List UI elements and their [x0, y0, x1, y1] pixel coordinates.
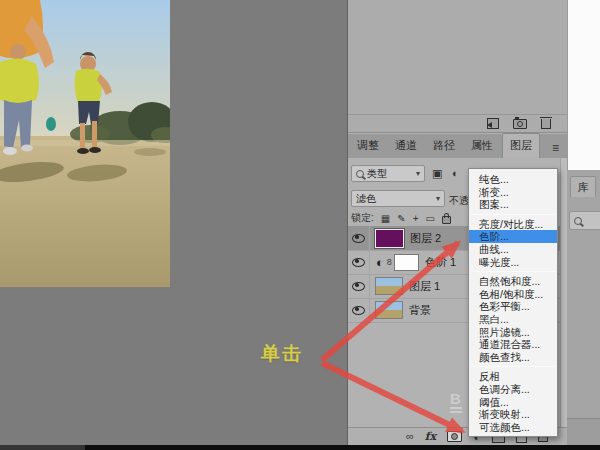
panel-menu-icon[interactable]: ≡: [552, 138, 559, 158]
tab-properties[interactable]: 属性: [464, 134, 500, 158]
panel-tabs-bar: 调整 通道 路径 属性 图层 ≡: [348, 134, 567, 158]
tab-libraries[interactable]: 库: [570, 176, 596, 197]
visibility-cell[interactable]: [348, 250, 370, 274]
menu-separator: [471, 366, 555, 367]
layer-name[interactable]: 图层 2: [410, 231, 441, 246]
lock-options-row: 锁定: ▦ ✎ + ▭: [351, 211, 451, 225]
menu-item-brightness-contrast[interactable]: 亮度/对比度...: [469, 218, 557, 231]
visibility-cell[interactable]: [348, 298, 370, 322]
menu-item-black-white[interactable]: 黑白...: [469, 313, 557, 326]
delete-trash-icon[interactable]: [541, 119, 551, 129]
mask-link-icon[interactable]: 8: [387, 257, 392, 267]
eye-icon[interactable]: [352, 234, 365, 243]
menu-separator: [471, 214, 555, 215]
canvas-photo-children-running: [0, 0, 170, 287]
menu-item-threshold[interactable]: 阈值...: [469, 396, 557, 409]
blend-mode-value: 滤色: [356, 192, 376, 206]
layer-name[interactable]: 色阶 1: [425, 255, 456, 270]
menu-item-gradient[interactable]: 渐变...: [469, 186, 557, 199]
photoshop-workspace: 单击 调整 通道 路径 属性 图层 ≡ 类型 ▾ ▣ ◐: [0, 0, 600, 450]
tab-channels[interactable]: 通道: [388, 134, 424, 158]
new-adjustment-layer-menu: 纯色... 渐变... 图案... 亮度/对比度... 色阶... 曲线... …: [468, 168, 558, 437]
search-magnifier-icon: [356, 170, 364, 178]
chevron-down-icon: ▾: [416, 169, 420, 178]
lock-move-icon[interactable]: +: [413, 213, 419, 224]
menu-separator: [471, 271, 555, 272]
menu-item-invert[interactable]: 反相: [469, 370, 557, 383]
lock-transparent-icon[interactable]: ▦: [381, 213, 390, 224]
watermark: B: [450, 392, 462, 413]
layer-name[interactable]: 背景: [409, 303, 431, 318]
search-magnifier-icon: [574, 217, 582, 225]
tab-layers[interactable]: 图层: [502, 133, 540, 158]
eye-icon[interactable]: [352, 258, 365, 267]
tab-paths[interactable]: 路径: [426, 134, 462, 158]
eye-icon[interactable]: [352, 306, 365, 315]
layer1-thumbnail[interactable]: [375, 277, 403, 295]
eye-icon[interactable]: [352, 282, 365, 291]
menu-item-hue-saturation[interactable]: 色相/饱和度...: [469, 288, 557, 301]
history-panel-toolbar: [348, 115, 567, 133]
click-annotation-label: 单击: [261, 341, 303, 367]
menu-item-pattern[interactable]: 图案...: [469, 198, 557, 211]
visibility-cell[interactable]: [348, 226, 370, 250]
libraries-bottom-bar: [567, 418, 600, 446]
pixel-layer-filter-icon[interactable]: ▣: [432, 167, 442, 180]
libraries-white-area: [567, 0, 600, 170]
lock-artboard-icon[interactable]: ▭: [425, 213, 434, 224]
menu-item-color-balance[interactable]: 色彩平衡...: [469, 300, 557, 313]
menu-item-exposure[interactable]: 曝光度...: [469, 256, 557, 269]
add-layer-mask-icon[interactable]: [447, 431, 462, 442]
menu-item-gradient-map[interactable]: 渐变映射...: [469, 408, 557, 421]
menu-item-posterize[interactable]: 色调分离...: [469, 383, 557, 396]
history-panel-body: [348, 0, 567, 115]
chevron-down-icon: ▾: [436, 194, 440, 203]
new-doc-from-state-icon[interactable]: [487, 118, 499, 129]
menu-item-vibrance[interactable]: 自然饱和度...: [469, 275, 557, 288]
visibility-cell[interactable]: [348, 274, 370, 298]
menu-item-levels[interactable]: 色阶...: [469, 230, 557, 243]
layer-filter-type-combo[interactable]: 类型 ▾: [351, 165, 425, 182]
lock-all-icon[interactable]: [442, 216, 451, 224]
tab-adjustments[interactable]: 调整: [350, 134, 386, 158]
taskbar-strip: [0, 445, 600, 450]
layer-mask-thumbnail[interactable]: [394, 254, 419, 271]
lock-label: 锁定:: [351, 211, 374, 225]
adjustment-layer-filter-icon[interactable]: ◐: [452, 167, 459, 179]
new-snapshot-camera-icon[interactable]: [513, 119, 527, 129]
blend-mode-combo[interactable]: 滤色 ▾: [351, 190, 445, 207]
layer-style-fx-icon[interactable]: fx: [425, 430, 436, 443]
layer2-thumbnail[interactable]: [375, 229, 404, 248]
layer-name[interactable]: 图层 1: [409, 279, 440, 294]
libraries-strip: 库: [567, 0, 600, 450]
filter-type-value: 类型: [367, 167, 387, 181]
lock-paint-icon[interactable]: ✎: [397, 213, 405, 224]
menu-item-color-lookup[interactable]: 颜色查找...: [469, 351, 557, 364]
link-layers-icon[interactable]: ∞: [406, 431, 414, 442]
menu-item-selective-color[interactable]: 可选颜色...: [469, 421, 557, 434]
menu-item-solid-color[interactable]: 纯色...: [469, 173, 557, 186]
menu-item-curves[interactable]: 曲线...: [469, 243, 557, 256]
levels-adjustment-icon[interactable]: ◐: [376, 255, 384, 270]
menu-item-photo-filter[interactable]: 照片滤镜...: [469, 326, 557, 339]
background-thumbnail[interactable]: [375, 301, 403, 319]
menu-item-channel-mixer[interactable]: 通道混合器...: [469, 338, 557, 351]
libraries-search-input[interactable]: [569, 211, 600, 230]
